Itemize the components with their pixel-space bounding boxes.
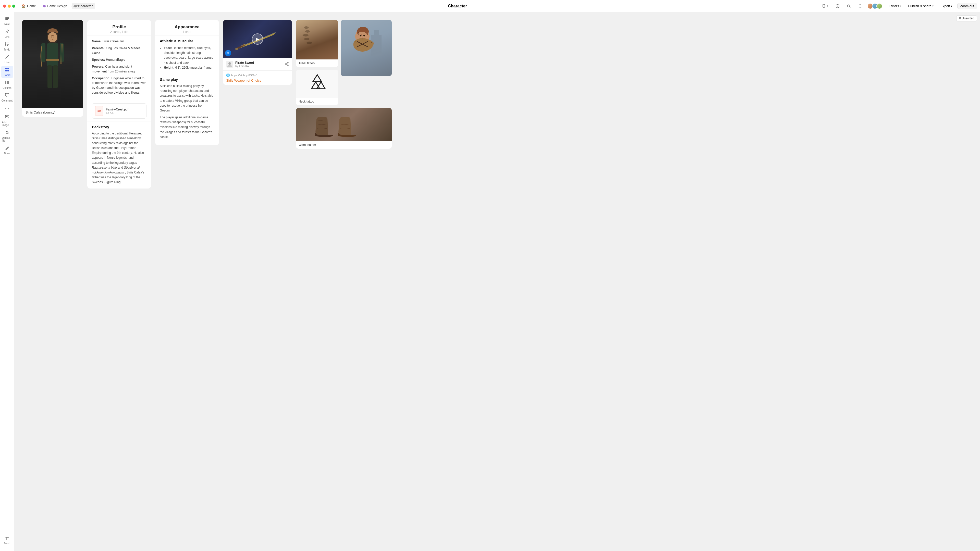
avatar-3 — [877, 3, 883, 9]
neck-tattoo-card: Neck tattoo — [296, 70, 338, 105]
appearance-face: Face: Defined features, blue eyes, shoul… — [164, 46, 215, 65]
video-title: Pirate Sword — [235, 61, 254, 65]
face-tattoo-detail — [301, 22, 321, 49]
profile-subtitle: 2 cards, 1 file — [87, 30, 151, 34]
file-info: Family-Crest.pdf 62 KB — [106, 108, 128, 114]
unsorted-badge[interactable]: 0 Unsorted — [956, 15, 977, 21]
saved-indicator: Saved — [72, 4, 80, 8]
minimize-traffic-light[interactable] — [8, 5, 11, 8]
svg-rect-11 — [5, 44, 6, 44]
note-icon — [5, 16, 10, 22]
export-button[interactable]: Export ▾ — [939, 3, 955, 9]
svg-rect-7 — [5, 18, 9, 19]
sidebar-item-todo[interactable]: To-do — [1, 40, 13, 52]
help-icon-btn[interactable]: ? — [834, 3, 842, 9]
sidebar-item-note[interactable]: Note — [1, 15, 13, 27]
traffic-lights — [3, 5, 15, 8]
profile-header: Profile 2 cards, 1 file — [87, 20, 151, 35]
tab-game-design[interactable]: Game Design — [41, 3, 70, 9]
svg-point-44 — [285, 64, 286, 65]
character-caption: Siriis Calea (bounty) — [22, 108, 83, 117]
sidebar-item-add-image[interactable]: Add image — [1, 113, 13, 128]
topbar-right: 1 ? Editors ▾ Publish & share ▾ Export ▾… — [820, 3, 977, 9]
publish-button[interactable]: Publish & share ▾ — [906, 3, 935, 9]
file-name: Family-Crest.pdf — [106, 108, 128, 111]
svg-rect-52 — [374, 30, 379, 35]
character-image — [22, 20, 83, 108]
video-link-section: 🌐 https://skfb.ly/6SOuB Siriis Weapon of… — [223, 71, 292, 85]
svg-rect-8 — [5, 19, 8, 20]
svg-line-15 — [6, 56, 9, 59]
video-card: ▶ S Pirate Sword by Lars Ko — [223, 20, 292, 85]
svg-point-43 — [287, 65, 288, 66]
appearance-subtitle: 1 card — [155, 30, 219, 34]
svg-rect-9 — [5, 43, 6, 43]
fullscreen-traffic-light[interactable] — [12, 5, 15, 8]
zoom-out-button[interactable]: Zoom out — [957, 3, 977, 9]
profile-parents: Parents: King Jos Calea & Mades Calea — [92, 46, 146, 56]
play-button[interactable]: ▶ — [252, 33, 263, 44]
gameplay-title: Game play — [160, 78, 215, 82]
add-image-icon — [5, 114, 10, 120]
video-link-title[interactable]: Siriis Weapon of Choice — [226, 79, 289, 83]
svg-rect-20 — [5, 81, 6, 84]
editors-avatars — [867, 3, 883, 9]
phone-icon-btn[interactable]: 1 — [820, 3, 830, 9]
column-icon — [5, 80, 10, 86]
search-icon-btn[interactable] — [845, 3, 853, 9]
appearance-card: Appearance 1 card Athletic & Muscular Fa… — [155, 20, 219, 145]
svg-text:?: ? — [837, 5, 838, 8]
share-icon[interactable] — [285, 62, 289, 67]
comment-icon — [5, 93, 10, 98]
svg-point-42 — [287, 62, 288, 63]
svg-rect-18 — [5, 70, 7, 71]
tab-home[interactable]: 🏠 Home — [19, 3, 38, 9]
svg-line-46 — [286, 64, 288, 65]
svg-rect-22 — [8, 81, 9, 84]
svg-marker-47 — [313, 75, 321, 82]
sidebar-item-board[interactable]: Board — [1, 66, 13, 78]
top-image-row: Tribal tattoo Neck tattoo — [296, 20, 392, 105]
sidebar-item-draw[interactable]: Draw — [1, 144, 13, 156]
upload-file-icon — [5, 130, 10, 136]
editors-button[interactable]: Editors ▾ — [886, 3, 903, 9]
sidebar-item-line[interactable]: Line — [1, 53, 13, 65]
svg-line-5 — [850, 6, 850, 8]
sketchfab-logo: S — [225, 50, 231, 56]
sidebar-item-comment[interactable]: Comment — [1, 91, 13, 103]
svg-rect-6 — [5, 17, 9, 17]
cards-container: Siriis Calea (bounty) Profile 2 cards, 1… — [22, 20, 972, 189]
sidebar-item-column[interactable]: Column — [1, 79, 13, 91]
tribal-tattoo-label: Tribal tattoo — [296, 59, 338, 67]
video-header: Pirate Sword by Lars Ko — [223, 58, 292, 70]
svg-rect-12 — [6, 44, 9, 44]
svg-point-1 — [824, 6, 824, 7]
sidebar-item-more[interactable]: ··· — [1, 104, 13, 113]
gameplay-section: Game play Siriis can build a raiding par… — [155, 74, 219, 145]
notification-icon-btn[interactable] — [856, 3, 864, 9]
svg-point-37 — [51, 37, 52, 37]
globe-icon: 🌐 — [226, 73, 230, 77]
backstory-text: According to the traditional literature,… — [92, 131, 146, 185]
neck-tattoo-label: Neck tattoo — [296, 98, 338, 105]
svg-rect-17 — [7, 68, 9, 69]
close-traffic-light[interactable] — [3, 5, 6, 8]
draw-icon — [5, 146, 10, 151]
video-thumbnail[interactable]: ▶ S — [223, 20, 292, 58]
trash-button[interactable]: Trash — [1, 535, 13, 546]
warrior-image — [341, 20, 392, 76]
svg-rect-28 — [46, 59, 59, 61]
svg-point-54 — [360, 35, 362, 37]
appearance-height: Height: 6'1", 220lb muscular frame. — [164, 65, 215, 70]
svg-rect-16 — [5, 68, 7, 69]
right-column: Tribal tattoo Neck tattoo — [296, 20, 392, 149]
athletic-title: Athletic & Muscular — [160, 39, 215, 43]
file-attachment[interactable]: pdf Family-Crest.pdf 62 KB — [92, 103, 146, 119]
svg-line-45 — [286, 63, 288, 64]
backstory-title: Backstory — [92, 125, 146, 129]
sidebar-item-link[interactable]: Link — [1, 27, 13, 40]
profile-title: Profile — [87, 24, 151, 30]
todo-icon — [5, 42, 10, 48]
profile-body: Name: Siriis Calea Jnr Parents: King Jos… — [87, 35, 151, 101]
sidebar-item-upload-file[interactable]: Upload file — [1, 129, 13, 144]
